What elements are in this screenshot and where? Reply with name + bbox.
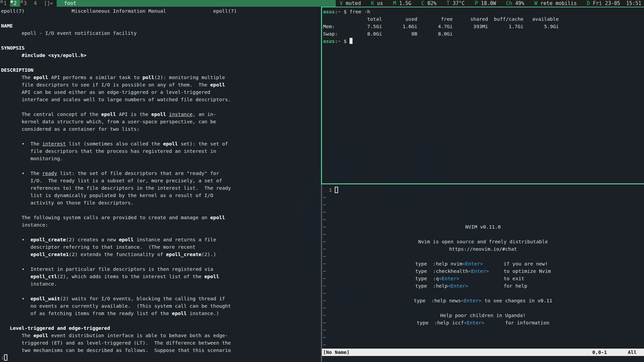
text-segment: (2), which adds items to the interest li…: [57, 274, 204, 279]
terminal-line: [1, 206, 321, 214]
status-value: us: [374, 0, 383, 6]
text-segment: epoll: [163, 141, 178, 146]
nvim-row: ~: [322, 341, 644, 349]
text-segment: (2) waits for I/O events, blocking the c…: [60, 296, 225, 301]
text-segment: Mem: 7.5Gi 1.6Gi 4.7Gi 393Mi 1.7Gi 5.9Gi: [323, 23, 559, 29]
nvim-intro-line: type :help news<Enter> to see changes in…: [322, 297, 644, 304]
dwm-bar: 1234 []= foot V mutedK usM 1.5GC 02%T 37…: [0, 0, 644, 7]
status-value: 49%: [512, 0, 524, 6]
nvim-intro-line: type :help<Enter> for help: [322, 282, 644, 290]
text-segment: <Enter>: [464, 320, 485, 325]
nvim-tilde: ~: [323, 238, 326, 245]
status-c: C 02%: [421, 0, 436, 6]
text-segment: type :help: [415, 283, 448, 289]
nvim-row: ~: [322, 194, 644, 201]
status-w: W rete mobilis: [534, 0, 577, 6]
cursor-hollow: [4, 354, 7, 361]
terminal-line: descriptor referring to that instance. (…: [1, 243, 321, 251]
text-segment: • The: [1, 170, 42, 176]
status-key: W: [534, 0, 537, 6]
text-segment: • Interest in particular file descriptor…: [1, 266, 213, 272]
text-segment: references to) the file descriptors in t…: [1, 185, 231, 191]
text-segment: event distribution interface is able to …: [48, 333, 228, 338]
tag-label: 1: [3, 0, 6, 6]
text-segment: if you are new!: [483, 261, 551, 266]
terminal-line: Swap: 8.0Gi 0B 8.0Gi: [323, 30, 644, 38]
tag-label: 4: [34, 0, 37, 6]
nvim-intro-text: Help poor children in Uganda!: [440, 312, 526, 318]
nvim-intro-line: type :help nvim<Enter> if you are new!: [322, 260, 644, 267]
terminal-line: The epoll API performs a similar task to…: [1, 74, 321, 81]
text-segment: [166, 111, 169, 117]
terminal-line: API can be used either as an edge-trigge…: [1, 88, 321, 96]
terminal-line: [1, 317, 321, 324]
terminal-line: asus:~ $: [323, 38, 644, 45]
text-segment: ready: [42, 170, 57, 176]
terminal-line: list is dynamically populated by the ker…: [1, 192, 321, 199]
text-segment: <Enter>: [439, 276, 460, 281]
terminal-line: :: [1, 354, 321, 361]
nvim-intro-line: type :checkhealth<Enter> to optimize Nvi…: [322, 267, 644, 275]
layout-symbol[interactable]: []=: [40, 0, 57, 7]
text-segment: epoll_create1: [31, 251, 69, 257]
status-key: K: [371, 0, 374, 6]
terminal-line: [1, 258, 321, 265]
nvim-command-line: [322, 356, 644, 362]
terminal-line: triggered (ET) and as level-triggered (L…: [1, 339, 321, 347]
text-segment: NVIM v0.11.0: [465, 224, 500, 230]
text-segment: asus: [323, 9, 335, 14]
terminal-line: • epoll_create(2) creates a new epoll in…: [1, 236, 321, 243]
nvim-tilde: ~: [323, 297, 326, 304]
status-value: 37°C: [449, 0, 465, 6]
terminal-line: asus:~ $ free -h: [323, 8, 644, 15]
nvim-tilde: ~: [323, 267, 326, 275]
nvim-line-number: 1: [322, 187, 335, 193]
tag-3[interactable]: 3: [20, 0, 30, 7]
text-segment: DESCRIPTION: [1, 67, 34, 73]
nvim-intro-line: https://neovim.io/#chat: [322, 245, 644, 253]
nvim-tilde: ~: [323, 275, 326, 282]
text-segment: epoll: [34, 74, 48, 80]
text-segment: list is dynamically populated by the ker…: [1, 192, 213, 198]
status-value: rete mobilis: [537, 0, 577, 6]
neovim-window[interactable]: 1 ~~~~~NVIM v0.11.0~~Nvim is open source…: [322, 184, 644, 362]
text-segment: Level-triggered and edge-triggered: [1, 325, 110, 331]
text-segment: set): the set of: [178, 141, 228, 146]
tag-4[interactable]: 4: [30, 0, 40, 7]
text-segment: SYNOPSIS: [1, 45, 24, 51]
tag-1[interactable]: 1: [0, 0, 10, 7]
text-segment: considered as a container for two lists:: [1, 126, 140, 132]
terminal-line: [1, 229, 321, 236]
terminal-line: DESCRIPTION: [1, 66, 321, 74]
terminal-line: total used free shared buff/cache availa…: [323, 15, 644, 23]
text-segment: of as fetching items from the ready list…: [1, 310, 172, 316]
nvim-ruler: 0,0-1: [592, 349, 607, 356]
terminal-man-epoll[interactable]: epoll(7) Miscellaneous Information Manua…: [0, 7, 321, 362]
text-segment: type :help news: [414, 298, 461, 303]
terminal-line: Mem: 7.5Gi 1.6Gi 4.7Gi 393Mi 1.7Gi 5.9Gi: [323, 23, 644, 30]
nvim-window-border-left: [321, 184, 322, 362]
tag-2[interactable]: 2: [10, 0, 20, 7]
nvim-intro-text: type :q<Enter> to exit: [415, 276, 551, 281]
nvim-statusline: [No Name] 0,0-1 All: [322, 349, 644, 356]
text-segment: instance.): [187, 310, 219, 316]
text-segment: total used free shared buff/cache availa…: [323, 16, 559, 22]
terminal-line: epoll(7) Miscellaneous Information Manua…: [1, 7, 321, 15]
text-segment: :: [1, 355, 4, 360]
nvim-row: ~NVIM v0.11.0: [322, 223, 644, 231]
status-key: C: [421, 0, 424, 6]
nvim-row: ~: [322, 231, 644, 238]
nvim-row: ~type :checkhealth<Enter> to optimize Nv…: [322, 267, 644, 275]
nvim-intro-line: NVIM v0.11.0: [322, 223, 644, 231]
nvim-tilde: ~: [323, 194, 326, 201]
text-segment: kernel data structure which, from a user…: [1, 119, 216, 124]
status-key: M: [393, 0, 396, 6]
status-value: 18.0W: [478, 0, 496, 6]
text-segment: #include <sys/epoll.h>: [22, 52, 87, 58]
terminal-line: • epoll_wait(2) waits for I/O events, bl…: [1, 295, 321, 302]
terminal-free[interactable]: asus:~ $ free -h total used free shared …: [322, 7, 644, 183]
text-segment: epoll(7) Miscellaneous Information Manua…: [1, 8, 237, 14]
nvim-tilde: ~: [323, 326, 326, 334]
text-segment: epoll_ctl: [31, 274, 57, 279]
nvim-row: ~type :help news<Enter> to see changes i…: [322, 297, 644, 304]
